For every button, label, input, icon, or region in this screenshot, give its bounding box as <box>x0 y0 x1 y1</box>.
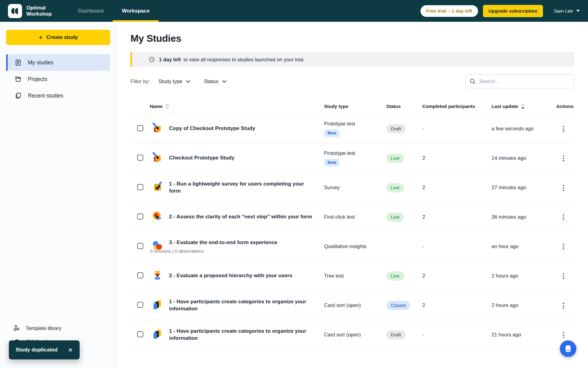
last-update-value: a few seconds ago <box>492 125 534 132</box>
table-row[interactable]: 2 - Assess the clarity of each “next ste… <box>130 202 574 232</box>
notice-days-left: 1 day left <box>159 57 181 62</box>
search-box <box>465 74 574 88</box>
row-checkbox[interactable] <box>137 184 143 190</box>
table-row[interactable]: 3 - Evaluate the end-to-end form experie… <box>130 232 574 261</box>
user-name: Sam Lee <box>554 8 573 14</box>
study-name-link[interactable]: 1 - Run a lightweight survey for users c… <box>169 181 315 195</box>
row-actions-menu[interactable] <box>560 153 567 164</box>
beta-badge: Beta <box>324 159 340 167</box>
completed-participants-value: - <box>422 243 492 249</box>
search-icon <box>470 79 476 84</box>
tab-workspace[interactable]: Workspace <box>113 0 159 22</box>
main-content: My Studies 1 day left to view all respon… <box>116 22 588 368</box>
sidebar-item-my-studies[interactable]: My studies <box>6 54 110 71</box>
create-study-button[interactable]: + Create study <box>6 30 110 45</box>
study-subtext: 0 sessions | 0 observations <box>150 249 315 254</box>
column-header-completed-participants[interactable]: Completed participants <box>422 104 492 109</box>
row-checkbox[interactable] <box>137 213 143 220</box>
status-badge: Live <box>386 213 404 222</box>
studies-table: Name Study type Status Completed partici… <box>130 99 574 350</box>
row-actions-menu[interactable] <box>560 182 567 193</box>
page-title: My Studies <box>130 33 574 44</box>
primary-tabs: Dashboard Workspace <box>69 0 159 22</box>
last-update-value: 21 hours ago <box>492 331 521 339</box>
status-badge: Live <box>386 154 404 163</box>
column-header-study-type[interactable]: Study type <box>324 104 386 109</box>
table-body: Copy of Checkout Prototype Study Prototy… <box>130 114 574 350</box>
filter-row: Filter by: Study type Status <box>130 74 574 88</box>
toast-notification: Study duplicated ✕ <box>9 340 80 359</box>
user-menu[interactable]: Sam Lee <box>554 8 580 14</box>
filter-by-label: Filter by: <box>130 79 150 84</box>
beta-badge: Beta <box>324 129 340 137</box>
completed-participants-value: 2 <box>422 273 492 279</box>
column-header-name[interactable]: Name <box>150 104 163 109</box>
status-badge: Live <box>386 183 404 192</box>
row-actions-menu[interactable] <box>560 300 567 311</box>
table-row[interactable]: 1 - Have participants create categories … <box>130 320 574 350</box>
study-name-link[interactable]: Copy of Checkout Prototype Study <box>169 125 315 132</box>
sidebar-item-label: Template library <box>26 325 61 331</box>
completed-participants-value: 2 <box>422 302 492 308</box>
sort-icon[interactable] <box>166 104 169 109</box>
row-actions-menu[interactable] <box>560 241 567 252</box>
column-header-status[interactable]: Status <box>386 104 422 109</box>
completed-participants-value: - <box>422 332 492 338</box>
row-checkbox[interactable] <box>137 272 143 278</box>
stacked-pages-icon <box>14 92 22 99</box>
study-name-link[interactable]: Checkout Prototype Study <box>169 155 315 162</box>
sidebar-item-projects[interactable]: Projects <box>6 71 110 87</box>
study-name-link[interactable]: 2 - Assess the clarity of each “next ste… <box>169 213 315 220</box>
study-name-link[interactable]: 3 - Evaluate the end-to-end form experie… <box>169 239 315 246</box>
row-actions-menu[interactable] <box>560 212 567 223</box>
status-badge: Draft <box>386 330 406 339</box>
tree-test-icon <box>152 270 163 281</box>
shapes-icon <box>13 325 20 332</box>
free-trial-badge: Free trial – 1 day left <box>420 5 478 17</box>
row-checkbox[interactable] <box>137 243 143 249</box>
prototype-test-icon <box>152 123 163 134</box>
study-name-link[interactable]: 2 - Evaluate a proposed hierarchy with y… <box>169 272 315 279</box>
logo-glyph-icon <box>10 6 20 16</box>
table-row[interactable]: 1 - Have participants create categories … <box>130 291 574 320</box>
last-update-value: 27 minutes ago <box>492 184 526 191</box>
tab-dashboard[interactable]: Dashboard <box>69 0 113 22</box>
row-actions-menu[interactable] <box>560 330 567 340</box>
survey-icon <box>152 182 163 193</box>
sidebar: + Create study My studies Projects Re <box>0 22 116 368</box>
study-type: Card sort (open) <box>324 331 386 338</box>
chat-launcher-button[interactable] <box>560 340 576 357</box>
row-checkbox[interactable] <box>137 331 143 337</box>
row-actions-menu[interactable] <box>560 124 567 134</box>
study-type: Tree test <box>324 272 386 279</box>
sort-icon-active[interactable] <box>521 104 525 109</box>
column-header-actions: Actions <box>553 104 574 109</box>
column-header-last-update[interactable]: Last update <box>492 104 518 109</box>
row-checkbox[interactable] <box>137 302 143 308</box>
row-actions-menu[interactable] <box>560 271 567 282</box>
table-row[interactable]: Copy of Checkout Prototype Study Prototy… <box>130 114 574 144</box>
completed-participants-value: 2 <box>422 155 492 161</box>
status-filter-dropdown[interactable]: Status <box>204 79 227 84</box>
optimal-workshop-logo[interactable] <box>8 4 22 18</box>
table-row[interactable]: 2 - Evaluate a proposed hierarchy with y… <box>130 261 574 291</box>
clock-icon <box>149 56 155 63</box>
card-sort-icon <box>152 299 163 310</box>
last-update-value: 36 minutes ago <box>492 213 526 221</box>
row-checkbox[interactable] <box>137 155 143 161</box>
table-row[interactable]: Checkout Prototype Study Prototype test … <box>130 144 574 173</box>
toast-close-icon[interactable]: ✕ <box>68 347 73 354</box>
search-input[interactable] <box>479 79 570 84</box>
status-badge: Closed <box>386 301 410 310</box>
table-row[interactable]: 1 - Run a lightweight survey for users c… <box>130 173 574 202</box>
notice-text: to view all responses to studies launche… <box>183 57 304 62</box>
sidebar-item-label: Projects <box>28 76 47 82</box>
row-checkbox[interactable] <box>137 125 143 131</box>
sidebar-item-template-library[interactable]: Template library <box>0 321 116 335</box>
study-name-link[interactable]: 1 - Have participants create categories … <box>169 298 315 312</box>
study-type-filter-dropdown[interactable]: Study type <box>158 79 190 84</box>
upgrade-subscription-button[interactable]: Upgrade subscription <box>483 5 543 17</box>
sidebar-item-recent-studies[interactable]: Recent studies <box>6 87 110 104</box>
study-name-link[interactable]: 1 - Have participants create categories … <box>169 328 315 342</box>
status-badge: Live <box>386 271 404 281</box>
